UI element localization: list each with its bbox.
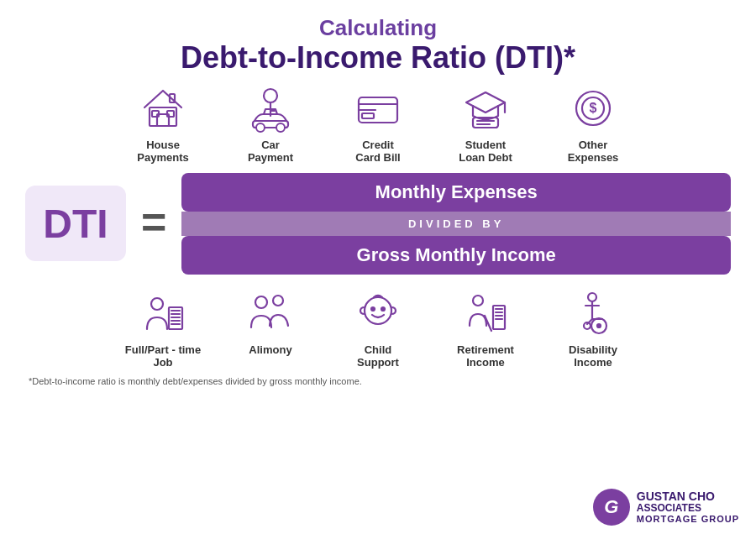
icon-other-expenses: $ OtherExpenses [547, 83, 639, 165]
credit-card-icon [353, 83, 403, 134]
dti-label: DTI [43, 201, 108, 247]
footer-note: *Debt-to-income ratio is monthly debt/ex… [25, 376, 731, 386]
icon-credit-card: CreditCard Bill [332, 83, 424, 165]
svg-point-32 [273, 296, 283, 306]
other-expenses-label: OtherExpenses [568, 139, 619, 165]
icon-disability: DisabilityIncome [547, 288, 639, 369]
other-expenses-icon: $ [568, 83, 618, 134]
title-line2: Debt-to-Income Ratio (DTI)* [181, 41, 575, 75]
svg-point-34 [371, 307, 375, 311]
numerator-bar: Monthly Expenses [181, 173, 731, 212]
student-loan-label: StudentLoan Debt [459, 139, 512, 165]
car-payment-label: CarPayment [248, 139, 293, 165]
retirement-icon [460, 288, 511, 338]
logo-text: GUSTAN CHO ASSOCIATES MORTGAGE GROUP [637, 490, 739, 525]
page: Calculating Debt-to-Income Ratio (DTI)* [0, 0, 756, 534]
top-icons-row: HousePayments [117, 83, 639, 165]
fraction-box: Monthly Expenses DIVIDED BY Gross Monthl… [181, 173, 731, 275]
logo-line1: GUSTAN CHO [637, 490, 739, 503]
disability-label: DisabilityIncome [569, 343, 617, 369]
car-icon [245, 83, 296, 134]
icon-student-loan: StudentLoan Debt [439, 83, 532, 165]
alimony-label: Alimony [249, 343, 291, 357]
retirement-label: RetirementIncome [457, 343, 514, 369]
dti-box: DTI [25, 186, 126, 261]
credit-card-label: CreditCard Bill [355, 139, 400, 165]
logo-line2: ASSOCIATES [637, 503, 739, 514]
numerator-label: Monthly Expenses [375, 181, 538, 202]
svg-point-33 [365, 297, 391, 324]
denominator-label: Gross Monthly Income [357, 244, 556, 265]
svg-point-5 [264, 89, 277, 102]
alimony-icon [245, 288, 296, 338]
logo-icon: G [593, 489, 630, 526]
child-support-label: ChildSupport [357, 343, 399, 369]
icon-retirement: RetirementIncome [439, 288, 532, 369]
divider-bar: DIVIDED BY [181, 212, 731, 236]
svg-text:$: $ [590, 101, 597, 115]
bottom-icons-row: Full/Part - timeJob Alimony [117, 288, 639, 369]
svg-point-24 [151, 298, 163, 310]
equals-sign: = [141, 196, 166, 247]
svg-point-11 [276, 123, 285, 132]
svg-point-35 [381, 307, 385, 311]
house-icon [138, 83, 188, 134]
disability-icon [568, 288, 618, 338]
formula-section: DTI = Monthly Expenses DIVIDED BY Gross … [25, 173, 731, 275]
child-support-icon [353, 288, 403, 338]
svg-point-36 [473, 296, 483, 306]
icon-house-payments: HousePayments [117, 83, 209, 165]
icon-car-payment: CarPayment [224, 83, 317, 165]
denominator-bar: Gross Monthly Income [181, 236, 731, 275]
logo-line3: MORTGAGE GROUP [637, 514, 739, 524]
title-line1: Calculating [181, 15, 575, 41]
icon-child-support: ChildSupport [332, 288, 424, 369]
job-icon [138, 288, 188, 338]
icon-job: Full/Part - timeJob [117, 288, 209, 369]
svg-point-31 [255, 296, 267, 308]
svg-point-43 [588, 293, 596, 301]
svg-point-10 [256, 123, 265, 132]
job-label: Full/Part - timeJob [125, 343, 201, 369]
house-payments-label: HousePayments [137, 139, 188, 165]
student-loan-icon [460, 83, 511, 134]
svg-rect-15 [362, 113, 374, 118]
icon-alimony: Alimony [224, 288, 317, 357]
logo: G GUSTAN CHO ASSOCIATES MORTGAGE GROUP [593, 489, 739, 526]
title-section: Calculating Debt-to-Income Ratio (DTI)* [181, 15, 575, 75]
svg-point-47 [597, 324, 601, 327]
